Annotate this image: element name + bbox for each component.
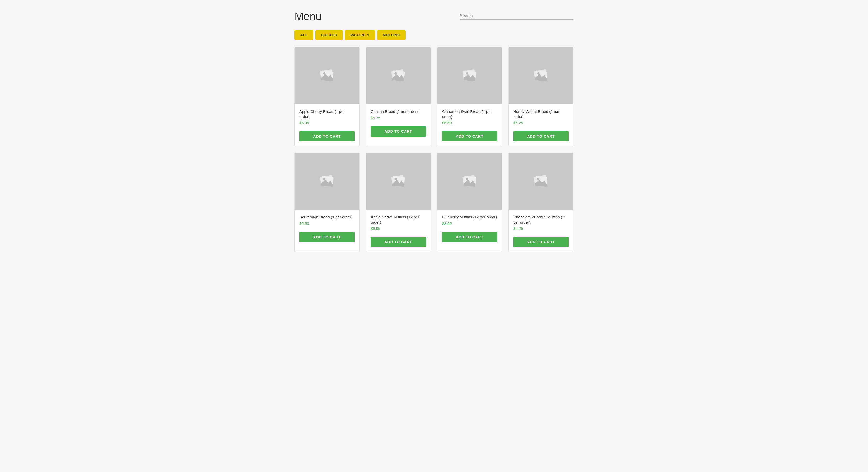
product-image-5 [295, 153, 359, 210]
product-image-2 [366, 47, 431, 104]
product-info-6: Apple Carrot Muffins (12 per order) $8.9… [366, 210, 431, 234]
image-placeholder-icon [531, 172, 551, 190]
add-to-cart-button-6[interactable]: ADD TO CART [371, 237, 426, 247]
header: Menu [294, 10, 574, 23]
product-image-3 [437, 47, 502, 104]
image-placeholder-icon [388, 67, 409, 85]
product-info-4: Honey Wheat Bread (1 per order) $5.25 [509, 104, 573, 128]
image-placeholder-icon [317, 172, 337, 190]
product-info-3: Cinnamon Swirl Bread (1 per order) $5.50 [437, 104, 502, 128]
product-image-4 [509, 47, 573, 104]
product-image-6 [366, 153, 431, 210]
product-actions-8: ADD TO CART [509, 234, 573, 252]
product-image-7 [437, 153, 502, 210]
product-price-8: $9.25 [513, 226, 568, 230]
product-price-3: $5.50 [442, 121, 497, 125]
product-info-5: Sourdough Bread (1 per order) $5.50 [295, 210, 359, 229]
product-name-6: Apple Carrot Muffins (12 per order) [371, 215, 426, 225]
page-title: Menu [294, 10, 322, 23]
filter-tab-muffins[interactable]: MUFFINS [377, 30, 406, 40]
product-name-8: Chocolate Zucchini Muffins (12 per order… [513, 215, 568, 225]
product-card-7: Blueberry Muffins (12 per order) $8.95 A… [437, 153, 502, 252]
product-price-5: $5.50 [300, 221, 355, 226]
filter-tab-all[interactable]: ALL [294, 30, 313, 40]
image-placeholder-icon [459, 67, 480, 85]
filter-tabs: ALLBREADSPASTRIESMUFFINS [294, 30, 574, 40]
filter-tab-breads[interactable]: BREADS [315, 30, 343, 40]
product-name-5: Sourdough Bread (1 per order) [300, 215, 355, 220]
product-price-2: $5.75 [371, 116, 426, 120]
add-to-cart-button-1[interactable]: ADD TO CART [300, 131, 355, 141]
product-actions-6: ADD TO CART [366, 234, 431, 252]
product-actions-2: ADD TO CART [366, 123, 431, 141]
image-placeholder-icon [317, 67, 337, 85]
products-grid: Apple Cherry Bread (1 per order) $6.95 A… [294, 47, 574, 252]
product-name-2: Challah Bread (1 per order) [371, 109, 426, 114]
add-to-cart-button-5[interactable]: ADD TO CART [300, 232, 355, 242]
product-name-4: Honey Wheat Bread (1 per order) [513, 109, 568, 119]
search-input[interactable] [460, 14, 574, 18]
product-price-7: $8.95 [442, 221, 497, 226]
product-name-7: Blueberry Muffins (12 per order) [442, 215, 497, 220]
product-price-6: $8.95 [371, 226, 426, 230]
product-info-2: Challah Bread (1 per order) $5.75 [366, 104, 431, 123]
product-price-4: $5.25 [513, 121, 568, 125]
product-image-8 [509, 153, 573, 210]
product-image-1 [295, 47, 359, 104]
image-placeholder-icon [459, 172, 480, 190]
add-to-cart-button-4[interactable]: ADD TO CART [513, 131, 568, 141]
product-info-7: Blueberry Muffins (12 per order) $8.95 [437, 210, 502, 229]
product-price-1: $6.95 [300, 121, 355, 125]
product-card-4: Honey Wheat Bread (1 per order) $5.25 AD… [508, 47, 574, 147]
page-container: Menu ALLBREADSPASTRIESMUFFINS [289, 0, 579, 262]
product-actions-7: ADD TO CART [437, 229, 502, 247]
product-card-6: Apple Carrot Muffins (12 per order) $8.9… [366, 153, 431, 252]
filter-tab-pastries[interactable]: PASTRIES [345, 30, 375, 40]
product-info-8: Chocolate Zucchini Muffins (12 per order… [509, 210, 573, 234]
product-card-3: Cinnamon Swirl Bread (1 per order) $5.50… [437, 47, 502, 147]
add-to-cart-button-2[interactable]: ADD TO CART [371, 126, 426, 136]
product-name-1: Apple Cherry Bread (1 per order) [300, 109, 355, 119]
product-name-3: Cinnamon Swirl Bread (1 per order) [442, 109, 497, 119]
product-actions-5: ADD TO CART [295, 229, 359, 247]
image-placeholder-icon [388, 172, 409, 190]
product-actions-3: ADD TO CART [437, 128, 502, 146]
product-actions-1: ADD TO CART [295, 128, 359, 146]
product-card-5: Sourdough Bread (1 per order) $5.50 ADD … [294, 153, 360, 252]
product-card-2: Challah Bread (1 per order) $5.75 ADD TO… [366, 47, 431, 147]
add-to-cart-button-8[interactable]: ADD TO CART [513, 237, 568, 247]
product-card-8: Chocolate Zucchini Muffins (12 per order… [508, 153, 574, 252]
image-placeholder-icon [531, 67, 551, 85]
product-actions-4: ADD TO CART [509, 128, 573, 146]
add-to-cart-button-3[interactable]: ADD TO CART [442, 131, 497, 141]
add-to-cart-button-7[interactable]: ADD TO CART [442, 232, 497, 242]
product-card-1: Apple Cherry Bread (1 per order) $6.95 A… [294, 47, 360, 147]
product-info-1: Apple Cherry Bread (1 per order) $6.95 [295, 104, 359, 128]
search-container [460, 14, 574, 20]
